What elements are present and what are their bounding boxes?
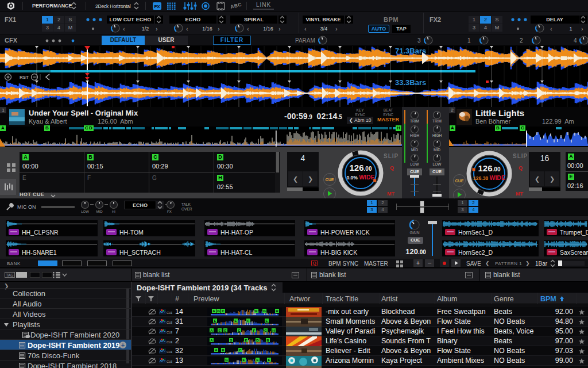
svg-text:CUE: CUE [167,311,172,315]
svg-text:CUE: CUE [167,331,172,334]
svg-text:CUE: CUE [167,340,172,344]
svg-text:E: E [255,309,257,313]
svg-text:FX: FX [154,4,160,9]
svg-text:H: H [276,309,278,313]
svg-text:E: E [214,319,216,323]
svg-text:A: A [212,309,215,313]
svg-text:E: E [242,358,245,362]
svg-text:ABC: ABC [230,2,242,10]
svg-text:RST: RST [20,75,29,80]
svg-text:CUE: CUE [167,321,172,324]
svg-text:C: C [238,329,241,332]
svg-text:G: G [263,309,266,313]
svg-text:A: A [210,329,213,332]
svg-text:E: E [218,329,220,332]
svg-text:A: A [215,348,218,352]
svg-text:B: B [222,348,225,352]
svg-text:CUE: CUE [167,360,172,363]
svg-text:G: G [225,358,228,362]
svg-text:E: E [268,358,270,362]
svg-text:B: B [266,339,269,342]
svg-text:A: A [210,339,213,342]
svg-text:G: G [264,329,267,332]
svg-text:E: E [234,319,237,323]
svg-text:C: C [239,348,242,352]
svg-text:E: E [265,319,268,323]
svg-text:C: C [222,309,225,313]
svg-text:E: E [256,358,258,362]
svg-text:D: D [256,339,259,342]
svg-text:G: G [217,309,220,313]
svg-text:E: E [224,329,226,332]
svg-text:F: F [253,329,256,332]
svg-text:F: F [247,319,250,323]
svg-text:CUE: CUE [167,350,172,354]
svg-text:E: E [245,339,247,342]
svg-text:S: S [230,339,232,342]
svg-text:H: H [272,329,274,332]
